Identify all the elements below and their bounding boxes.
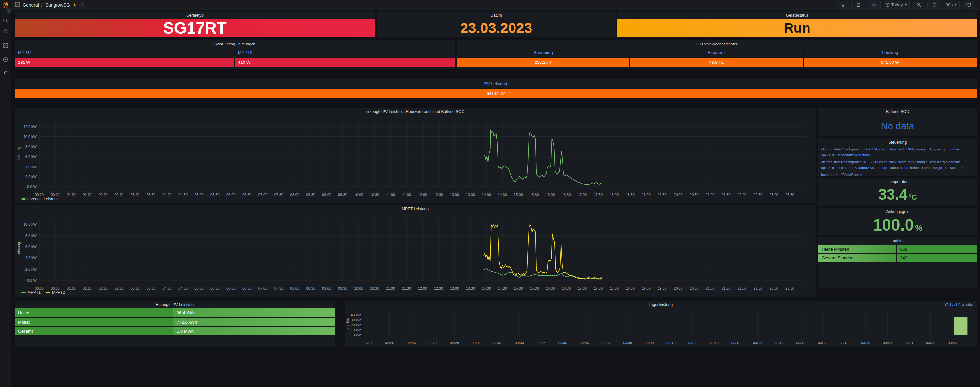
svg-text:06:30: 06:30 [242,286,251,290]
share-icon[interactable] [80,2,84,8]
svg-text:12:00: 12:00 [418,286,427,290]
svg-text:8.0 kW: 8.0 kW [25,233,37,238]
legend-item[interactable]: erzeugte Leistung [21,197,59,201]
svg-text:03/12: 03/12 [710,341,719,345]
panel-title[interactable]: Gerätestatus [617,11,977,19]
svg-text:22:00: 22:00 [738,286,747,290]
breadcrumb-folder[interactable]: General [22,2,39,8]
laufzeit-table: Heute Minuten669Gesamt Stunden342 [818,245,977,263]
table-label-cell: Gesamt [15,327,173,336]
timeseries-chart[interactable]: 0.0 W2.0 kW4.0 kW6.0 kW8.0 kW10.0 kW00:0… [15,205,816,298]
grafana-dashboard: { "nav": { "breadcrumb_section": "Genera… [0,0,980,387]
panel-temperatur: Temperatur 33.4 °C [818,178,977,206]
panel-title[interactable]: 230 Volt Wechselrichter [457,40,977,48]
svg-text:02/25: 02/25 [385,341,394,345]
svg-text:17:00: 17:00 [578,286,587,290]
svg-text:6.0 kW: 6.0 kW [25,245,37,249]
explore-compass-icon[interactable] [0,54,11,64]
svg-text:03/07: 03/07 [601,341,611,345]
svg-text:17:30: 17:30 [594,286,603,290]
svg-text:22:30: 22:30 [754,193,763,197]
panel-title[interactable]: Gerätetyp [15,11,375,19]
svg-text:14:30: 14:30 [498,286,507,290]
dashboards-grid-icon[interactable] [0,40,11,50]
svg-text:12:00: 12:00 [418,193,427,197]
favorites-star-icon[interactable]: ☆ [0,26,11,36]
svg-text:00:00: 00:00 [35,193,44,197]
favorite-star-icon[interactable]: ★ [73,2,77,8]
svg-text:13:00: 13:00 [450,286,459,290]
svg-text:03/09: 03/09 [645,341,654,345]
panel-title[interactable]: Tagesleistung [345,301,977,309]
svg-text:13:00: 13:00 [450,193,459,197]
panel-title[interactable]: Batterie SOC [818,108,977,115]
svg-text:15:30: 15:30 [530,193,539,197]
panel-erzeugte-pv: Erzeugte PV Leistung Heute36.4 kWhMonat7… [15,301,335,347]
svg-text:21:30: 21:30 [722,193,731,197]
refresh-interval-label: 30s [946,2,953,7]
panel-title[interactable]: Erzeugte PV Leistung [15,301,335,309]
panel-title[interactable]: Wirkungsgrad [818,208,977,216]
panel-title[interactable]: Datum [377,11,616,19]
svg-text:2.0 kW: 2.0 kW [25,267,37,271]
chevron-down-icon: ▼ [954,3,957,6]
svg-text:11:30: 11:30 [402,193,411,197]
refresh-button[interactable] [928,1,941,9]
svg-text:4.0 kW: 4.0 kW [25,165,37,169]
breadcrumb-dashboard[interactable]: SungrowSG [45,2,70,8]
bar-03/23 [954,317,967,335]
svg-text:30 Wh: 30 Wh [351,318,361,322]
svg-text:06:00: 06:00 [226,286,235,290]
kiosk-mode-button[interactable] [962,1,975,9]
table-header-cell: MPPT1 [15,48,235,57]
dashboard-settings-gear-icon[interactable]: ⚙ [867,1,881,9]
add-panel-button[interactable] [835,1,850,9]
svg-text:16:30: 16:30 [562,286,571,290]
panel-title[interactable]: Solar-String-Leistungen [15,40,455,48]
svg-text:10:00: 10:00 [354,286,363,290]
legend-item[interactable]: MPPT2 [46,290,65,295]
svg-text:21:00: 21:00 [706,193,715,197]
svg-text:10.0 kW: 10.0 kW [24,222,37,226]
svg-text:00:30: 00:30 [51,193,60,197]
svg-text:03/23: 03/23 [948,341,957,345]
solar-strings-table: MPPT1MPPT2191 W410 W [15,48,455,67]
wirkungsgrad-number: 100.0 [873,216,914,235]
svg-text:01:00: 01:00 [67,193,76,197]
svg-text:Leistung: Leistung [17,242,21,256]
zoom-out-button[interactable] [912,1,926,9]
legend-item[interactable]: MPPT1 [21,290,40,295]
dashboard-grid-icon[interactable] [15,2,20,8]
breadcrumb-separator: / [41,2,43,8]
last-4-weeks-link[interactable]: Last 4 weeks [945,302,973,307]
chevron-down-icon: ▼ [904,3,907,6]
svg-text:03/10: 03/10 [667,341,676,345]
svg-text:19:30: 19:30 [657,286,667,290]
svg-text:04:30: 04:30 [178,286,188,290]
sidebar-expand-button[interactable]: › [6,8,12,14]
svg-text:0 Wh: 0 Wh [353,333,361,337]
time-range-picker[interactable]: Today ▼ [883,1,910,9]
refresh-interval-dropdown[interactable]: 30s ▼ [943,1,960,9]
svg-text:8.0 kW: 8.0 kW [25,145,37,149]
table-value-cell: 669 [897,245,977,254]
panel-laufzeit: Laufzeit Heute Minuten669Gesamt Stunden3… [818,237,977,288]
svg-text:16:00: 16:00 [546,193,555,197]
svg-text:10.0 kW: 10.0 kW [24,135,37,139]
table-header-cell: MPPT2 [235,48,455,57]
panel-title[interactable]: Laufzeit [818,237,977,245]
timeseries-chart[interactable]: 0.0 W2.0 kW4.0 kW6.0 kW8.0 kW10.0 kW12.0… [15,108,816,205]
datum-value: 23.03.2023 [377,19,616,37]
search-icon[interactable] [0,16,11,26]
save-dashboard-button[interactable] [851,1,865,9]
svg-text:03/15: 03/15 [775,341,784,345]
svg-text:16:30: 16:30 [562,193,571,197]
panel-title[interactable]: erzeugte PV Leistung, Hausverbrauch und … [15,108,816,115]
panel-title[interactable]: Temperatur [818,178,977,186]
panel-title[interactable]: MPPT Leistung [15,205,816,213]
svg-text:03/03: 03/03 [515,341,524,345]
alerting-bell-icon[interactable] [0,68,11,78]
table-value-cell: 772.6 kWh [173,318,335,327]
panel-title[interactable]: Steuerung [818,138,977,146]
table-label-cell: Gesamt Stunden [818,254,897,263]
